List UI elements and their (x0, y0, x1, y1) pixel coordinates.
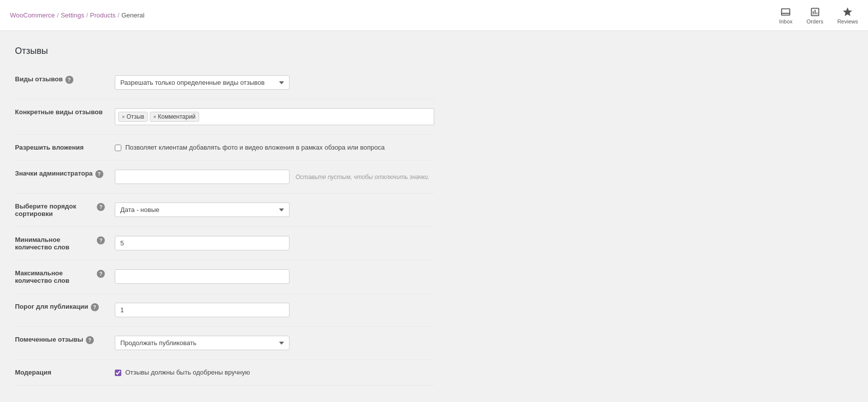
admin-badges-input-group: Оставьте пустым, чтобы отключить значки. (115, 170, 434, 184)
row-allow-attachments: Разрешить вложения Позволяет клиентам до… (15, 135, 434, 161)
section-title: Отзывы (15, 41, 434, 56)
row-sort-order: Выберите порядок сортировки ? Дата - нов… (15, 194, 434, 227)
allow-attachments-checkbox[interactable] (115, 145, 121, 151)
row-moderation: Модерация Отзывы должны быть одобрены вр… (15, 360, 434, 386)
review-types-label: Виды отзывов (15, 75, 63, 83)
row-max-words: Максимальное количество слов ? (15, 260, 434, 294)
top-icons: Inbox Orders Reviews (779, 6, 858, 24)
settings-table: Виды отзывов ? Разрешать только определе… (15, 66, 434, 386)
sort-order-label-group: Выберите порядок сортировки ? (15, 202, 105, 217)
threshold-help-icon[interactable]: ? (91, 303, 99, 311)
inbox-icon (780, 6, 791, 17)
moderation-row: Отзывы должны быть одобрены вручную (115, 369, 434, 376)
breadcrumb-woocommerce[interactable]: WooCommerce (10, 11, 55, 19)
admin-badges-label-group: Значки администратора ? (15, 170, 105, 178)
admin-badges-input[interactable] (115, 170, 289, 184)
flagged-reviews-label: Помеченные отзывы (15, 336, 83, 343)
min-words-help-icon[interactable]: ? (97, 236, 105, 244)
breadcrumb-settings[interactable]: Settings (61, 11, 84, 19)
orders-icon (810, 6, 821, 17)
threshold-input[interactable] (115, 303, 289, 317)
allow-attachments-label: Разрешить вложения (15, 144, 84, 151)
review-types-label-group: Виды отзывов ? (15, 75, 105, 84)
reviews-button[interactable]: Reviews (837, 6, 858, 24)
reviews-star-icon (842, 6, 853, 17)
moderation-checkbox-label: Отзывы должны быть одобрены вручную (125, 369, 250, 376)
admin-badges-help-icon[interactable]: ? (95, 170, 103, 178)
row-admin-badges: Значки администратора ? Оставьте пустым,… (15, 161, 434, 194)
threshold-label-group: Порог для публикации ? (15, 303, 105, 311)
tag-review-remove[interactable]: × (122, 114, 125, 120)
tag-review: × Отзыв (118, 112, 148, 122)
row-review-types: Виды отзывов ? Разрешать только определе… (15, 66, 434, 99)
max-words-label-group: Максимальное количество слов ? (15, 269, 105, 284)
min-words-input[interactable] (115, 236, 289, 250)
review-types-select[interactable]: Разрешать только определенные виды отзыв… (115, 75, 289, 90)
tag-comment-label: Комментарий (158, 113, 196, 120)
min-words-label: Минимальное количество слов (15, 236, 94, 251)
moderation-checkbox[interactable] (115, 370, 121, 376)
reviews-label: Reviews (837, 18, 858, 24)
top-bar: WooCommerce / Settings / Products / Gene… (0, 0, 868, 31)
orders-label: Orders (807, 18, 824, 24)
breadcrumb-sep-1: / (57, 11, 59, 19)
max-words-label: Максимальное количество слов (15, 269, 94, 284)
flagged-reviews-label-group: Помеченные отзывы ? (15, 336, 105, 344)
allow-attachments-checkbox-label: Позволяет клиентам добавлять фото и виде… (125, 144, 385, 151)
max-words-help-icon[interactable]: ? (97, 270, 105, 278)
flagged-reviews-select[interactable]: Продолжать публиковать Отклонить Перенес… (115, 336, 289, 350)
breadcrumb-current: General (121, 11, 144, 19)
threshold-label: Порог для публикации (15, 303, 88, 310)
breadcrumb: WooCommerce / Settings / Products / Gene… (10, 11, 144, 19)
row-min-words: Минимальное количество слов ? (15, 227, 434, 260)
inbox-label: Inbox (779, 18, 793, 24)
admin-badges-label: Значки администратора (15, 170, 93, 177)
row-publication-threshold: Порог для публикации ? (15, 294, 434, 327)
breadcrumb-sep-3: / (118, 11, 120, 19)
moderation-label: Модерация (15, 369, 51, 376)
min-words-label-group: Минимальное количество слов ? (15, 236, 105, 251)
review-types-help-icon[interactable]: ? (65, 76, 73, 84)
tag-review-label: Отзыв (126, 113, 144, 120)
orders-button[interactable]: Orders (807, 6, 824, 24)
row-specific-review-types: Конкретные виды отзывов × Отзыв × Коммен… (15, 99, 434, 135)
admin-badges-hint: Оставьте пустым, чтобы отключить значки. (295, 174, 430, 181)
sort-order-select[interactable]: Дата - новые Дата - старые Рейтинг - выс… (115, 202, 289, 217)
tag-input[interactable]: × Отзыв × Комментарий (115, 108, 434, 125)
breadcrumb-products[interactable]: Products (90, 11, 115, 19)
allow-attachments-row: Позволяет клиентам добавлять фото и виде… (115, 144, 434, 151)
inbox-button[interactable]: Inbox (779, 6, 793, 24)
max-words-input[interactable] (115, 269, 289, 284)
breadcrumb-sep-2: / (86, 11, 88, 19)
sort-order-label: Выберите порядок сортировки (15, 202, 94, 217)
tag-comment: × Комментарий (150, 112, 199, 122)
row-flagged-reviews: Помеченные отзывы ? Продолжать публикова… (15, 327, 434, 360)
sort-order-help-icon[interactable]: ? (97, 203, 105, 211)
specific-review-types-label: Конкретные виды отзывов (15, 108, 103, 116)
tag-comment-remove[interactable]: × (153, 114, 156, 120)
flagged-reviews-help-icon[interactable]: ? (86, 336, 94, 344)
main-content: Отзывы Виды отзывов ? Разрешать только о… (0, 31, 449, 402)
